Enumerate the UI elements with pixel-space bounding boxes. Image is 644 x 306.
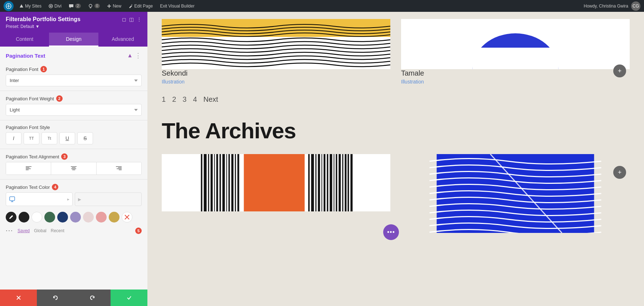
panel-header-icons: ◻ ◫ ⋮ xyxy=(122,16,142,22)
page-2[interactable]: 2 xyxy=(172,95,176,104)
svg-rect-18 xyxy=(211,154,213,211)
panel-preset[interactable]: Preset: Default ▼ xyxy=(6,24,142,29)
color-tab-saved[interactable]: Saved xyxy=(18,228,30,233)
admin-bar-new[interactable]: New xyxy=(104,0,124,12)
portfolio-item-sekondi: Sekondi Illustration xyxy=(162,19,390,85)
svg-rect-28 xyxy=(244,154,305,211)
color-tabs: ··· Saved Global Recent 5 xyxy=(0,225,147,237)
grid-icon[interactable]: ◫ xyxy=(129,16,134,22)
admin-bar-edit-page[interactable]: Edit Page xyxy=(126,0,156,12)
svg-rect-17 xyxy=(208,154,209,211)
section-menu-icon[interactable]: ⋮ xyxy=(135,52,142,59)
font-style-buttons: I TT Tt U S xyxy=(6,132,142,144)
pagination-text-alignment-label: Pagination Text Alignment 3 xyxy=(6,153,142,160)
admin-bar-right: Howdy, Christina Gwira CG xyxy=(584,1,640,11)
color-custom-picker[interactable]: ▸ xyxy=(75,192,142,206)
archives-heading: The Archives xyxy=(162,118,630,143)
svg-rect-20 xyxy=(216,154,218,211)
tab-design[interactable]: Design xyxy=(49,33,98,47)
admin-bar-mysites[interactable]: My Sites xyxy=(16,0,44,12)
blue-wavy-portfolio-item: + ••• xyxy=(401,154,630,233)
barcode-portfolio-item xyxy=(162,154,390,233)
resize-icon[interactable]: ◻ xyxy=(122,16,126,22)
sekondi-category[interactable]: Illustration xyxy=(162,79,390,85)
pagination-font-select[interactable]: Inter xyxy=(6,75,142,86)
svg-rect-22 xyxy=(223,154,225,211)
tab-advanced[interactable]: Advanced xyxy=(98,33,147,47)
svg-rect-25 xyxy=(231,154,234,211)
redo-button[interactable] xyxy=(74,290,111,306)
admin-bar-divi[interactable]: Divi xyxy=(46,0,64,12)
svg-rect-33 xyxy=(322,154,322,211)
svg-rect-41 xyxy=(345,154,347,211)
navy-swatch[interactable] xyxy=(57,212,68,223)
svg-rect-36 xyxy=(330,154,332,211)
badge-4: 4 xyxy=(52,184,58,190)
panel-header: Filterable Portfolio Settings ◻ ◫ ⋮ Pres… xyxy=(0,12,147,33)
color-desktop-picker[interactable]: ▸ xyxy=(6,192,73,206)
page-1[interactable]: 1 xyxy=(162,95,166,104)
strikethrough-button[interactable]: S xyxy=(77,132,93,144)
svg-rect-29 xyxy=(308,154,310,211)
settings-panel: Filterable Portfolio Settings ◻ ◫ ⋮ Pres… xyxy=(0,12,147,306)
admin-avatar[interactable]: CG xyxy=(631,1,640,11)
svg-rect-38 xyxy=(336,154,337,211)
section-collapse-icon[interactable]: ▲ xyxy=(127,52,133,59)
dark-green-swatch[interactable] xyxy=(44,212,55,223)
page-4[interactable]: 4 xyxy=(193,95,197,104)
caps-button[interactable]: TT xyxy=(24,132,39,144)
admin-bar-exit-vb[interactable]: Exit Visual Builder xyxy=(157,0,197,12)
white-swatch[interactable] xyxy=(31,212,42,223)
salmon-swatch[interactable] xyxy=(96,212,107,223)
eyedropper-swatch[interactable] xyxy=(6,212,16,223)
pagination-font-weight-select[interactable]: Light xyxy=(6,104,142,116)
svg-rect-21 xyxy=(220,154,221,211)
confirm-button[interactable] xyxy=(111,290,147,306)
svg-point-2 xyxy=(89,4,92,7)
title-case-button[interactable]: Tt xyxy=(42,132,57,144)
color-tab-global[interactable]: Global xyxy=(34,228,47,233)
page-3[interactable]: 3 xyxy=(182,95,186,104)
panel-menu-icon[interactable]: ⋮ xyxy=(137,16,142,22)
underline-button[interactable]: U xyxy=(59,132,75,144)
tab-content[interactable]: Content xyxy=(0,33,49,47)
color-more-icon[interactable]: ··· xyxy=(6,227,13,234)
svg-rect-19 xyxy=(214,154,215,211)
align-left-button[interactable] xyxy=(6,162,51,174)
add-button[interactable]: + xyxy=(613,64,626,77)
blue-wavy-thumbnail xyxy=(401,154,630,233)
pagination-font-weight-field: Pagination Font Weight 2 Light xyxy=(0,92,147,119)
wp-logo-icon[interactable] xyxy=(4,1,14,11)
pagination-next[interactable]: Next xyxy=(204,95,218,104)
color-picker-row: ▸ ▸ xyxy=(6,192,142,206)
svg-rect-30 xyxy=(311,154,314,211)
floating-add-button[interactable]: + xyxy=(613,166,626,179)
three-dots-button[interactable]: ••• xyxy=(383,224,399,240)
align-right-button[interactable] xyxy=(97,162,141,174)
clear-swatch[interactable] xyxy=(122,212,132,223)
svg-rect-26 xyxy=(235,154,236,211)
admin-bar-comments[interactable]: 2 xyxy=(66,0,84,12)
tamale-name: Tamale xyxy=(401,69,630,77)
pagination-font-weight-label: Pagination Font Weight 2 xyxy=(6,95,142,102)
lavender-swatch[interactable] xyxy=(70,212,81,223)
cancel-button[interactable] xyxy=(0,290,37,306)
svg-rect-42 xyxy=(348,154,349,211)
pagination-font-field: Pagination Font 1 Inter xyxy=(0,63,147,89)
badge-3: 3 xyxy=(61,153,68,160)
color-tab-recent[interactable]: Recent xyxy=(51,228,64,233)
admin-bar-feedback[interactable]: 0 xyxy=(85,0,103,12)
gold-swatch[interactable] xyxy=(109,212,119,223)
undo-button[interactable] xyxy=(37,290,74,306)
italic-button[interactable]: I xyxy=(6,132,21,144)
color-arrow-icon: ▸ xyxy=(67,197,69,202)
tamale-thumbnail xyxy=(401,19,630,69)
tamale-category[interactable]: Illustration xyxy=(401,79,630,85)
pagination-font-style-label: Pagination Font Style xyxy=(6,125,142,130)
wp-admin-bar: My Sites Divi 2 0 New Edit Page Exit Vis… xyxy=(0,0,644,12)
light-pink-swatch[interactable] xyxy=(83,212,94,223)
black-swatch[interactable] xyxy=(19,212,29,223)
align-center-button[interactable] xyxy=(51,162,96,174)
svg-rect-13 xyxy=(473,48,558,69)
svg-rect-43 xyxy=(351,154,353,211)
